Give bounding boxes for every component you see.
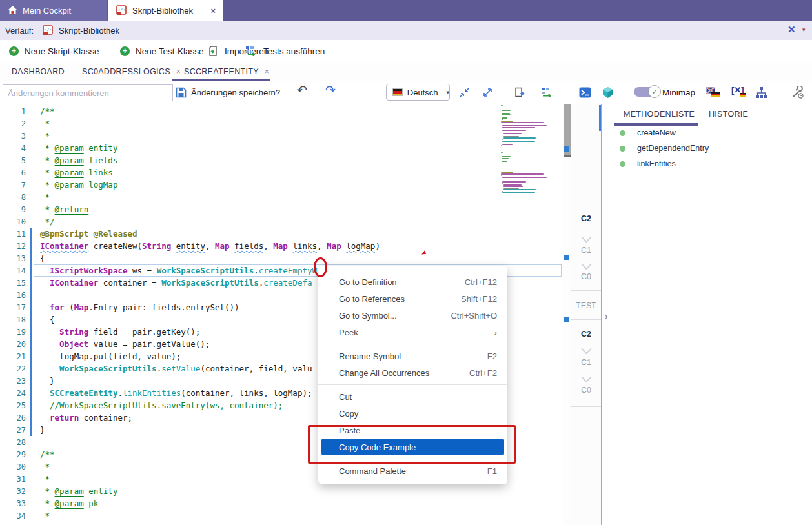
code-line[interactable]: 33 * @param pk	[0, 497, 400, 510]
code-text: * @param links	[32, 168, 113, 177]
save-changes-label[interactable]: Änderungen speichern?	[191, 88, 280, 97]
terminal-icon[interactable]	[579, 87, 591, 98]
close-icon[interactable]: ×	[176, 67, 181, 76]
menu-item-copy[interactable]: Copy	[318, 405, 507, 422]
window-tab-cockpit[interactable]: Mein Cockpit	[0, 0, 107, 21]
code-line[interactable]: 5 * @param fields	[0, 154, 400, 166]
minimap[interactable]	[501, 105, 556, 312]
import-icon	[208, 46, 219, 57]
menu-item-go-to-symbol[interactable]: Go to Symbol...Ctrl+Shift+O	[318, 307, 507, 324]
code-text: * @param entity	[32, 486, 117, 496]
line-number: 5	[0, 156, 30, 165]
close-icon[interactable]: ×	[265, 67, 269, 76]
code-line[interactable]: 3 *	[0, 130, 400, 142]
panel-expand-icon[interactable]: ›	[604, 310, 608, 323]
tab-dashboard[interactable]: DASHBOARD	[12, 63, 65, 81]
code-line[interactable]: 10 */	[0, 215, 400, 228]
scroll-marker	[564, 317, 569, 322]
code-line[interactable]: 12IContainer createNew(String entity, Ma…	[0, 240, 400, 252]
code-line[interactable]: 6 * @param links	[0, 166, 400, 179]
minimap-toggle[interactable]: ✓	[634, 87, 656, 97]
strip-tab-c0[interactable]: C0	[571, 386, 601, 395]
code-line[interactable]: 1/**	[0, 105, 400, 117]
menu-item-peek[interactable]: Peek›	[318, 324, 507, 341]
history-caret-icon[interactable]: ▾	[802, 26, 806, 33]
undo-icon[interactable]: ↶	[297, 83, 307, 97]
menu-shortcut: F1	[487, 466, 497, 476]
language-dropdown[interactable]: Deutsch ▾	[386, 84, 450, 101]
menu-separator	[318, 344, 507, 344]
code-line[interactable]: 4 * @param entity	[0, 142, 400, 154]
translate-flags-icon[interactable]	[706, 87, 720, 98]
line-number: 13	[0, 254, 30, 263]
code-text: * @param logMap	[32, 180, 117, 190]
cube-icon[interactable]	[602, 86, 614, 99]
hierarchy-icon[interactable]	[755, 86, 767, 99]
strip-tab-c1[interactable]: C1	[571, 358, 601, 367]
code-line[interactable]: 32 * @param entity	[0, 485, 400, 497]
menu-item-change-all-occurrences[interactable]: Change All OccurrencesCtrl+F2	[318, 364, 507, 381]
run-tests-icon[interactable]	[541, 87, 553, 97]
expand-icon[interactable]	[483, 88, 492, 97]
window-tab-skript-bibliothek[interactable]: ‹/› Skript-Bibliothek ×	[108, 0, 223, 21]
menu-item-go-to-definition[interactable]: Go to DefinitionCtrl+F12	[318, 273, 507, 290]
minimap-line	[502, 108, 502, 110]
code-line[interactable]: 2 *	[0, 117, 400, 130]
tab-sccreateentity[interactable]: SCCREATEENTITY ×	[184, 63, 269, 81]
gutter-spacer	[30, 436, 32, 448]
copy-document-icon[interactable]	[514, 87, 526, 99]
minimap-line	[502, 117, 507, 119]
method-item[interactable]: createNew	[620, 128, 676, 137]
code-text: @BpmScript @Released	[32, 229, 137, 239]
minimap-line	[502, 132, 503, 133]
editor-scrollbar[interactable]	[563, 104, 571, 525]
german-flag-mini-icon	[740, 93, 746, 97]
save-icon[interactable]	[176, 87, 187, 98]
tab-sc0addresslogics[interactable]: SC0ADDRESSLOGICS ×	[82, 63, 181, 81]
maintenance-tools-icon[interactable]	[791, 86, 804, 99]
code-text: String field = pair.getKey();	[32, 327, 200, 337]
code-line[interactable]: 13{	[0, 252, 400, 264]
tab-methodenliste[interactable]: METHODENLISTE	[624, 110, 695, 119]
strip-tab-c1[interactable]: C1	[571, 246, 601, 255]
history-link[interactable]: Skript-Bibliothek	[59, 26, 119, 35]
minimap-line	[503, 184, 522, 186]
code-text: WorkSpaceScriptUtils.setValue(container,…	[32, 364, 312, 373]
code-line[interactable]: 11@BpmScript @Released	[0, 228, 400, 240]
collapse-icon[interactable]	[460, 88, 469, 97]
method-item[interactable]: getDependendEntry	[620, 144, 709, 153]
strip-tab-c2[interactable]: C2	[571, 330, 601, 339]
menu-item-label: Peek	[339, 328, 494, 337]
strip-tab-c0[interactable]: C0	[571, 272, 601, 281]
code-line[interactable]: 7 * @param logMap	[0, 179, 400, 191]
close-icon[interactable]: ×	[210, 6, 216, 15]
action-toolbar: + Neue Skript-Klasse + Neue Test-Klasse …	[0, 40, 812, 63]
menu-item-rename-symbol[interactable]: Rename SymbolF2	[318, 348, 507, 364]
menu-item-command-palette[interactable]: Command PaletteF1	[318, 462, 507, 479]
code-line[interactable]: 34 *	[0, 510, 400, 522]
new-script-class-button[interactable]: + Neue Skript-Klasse	[9, 40, 99, 62]
comment-input[interactable]	[3, 84, 173, 101]
new-test-class-button[interactable]: + Neue Test-Klasse	[120, 40, 204, 62]
redo-icon[interactable]: ↷	[325, 83, 336, 97]
strip-tab-c2[interactable]: C2	[571, 214, 601, 223]
menu-item-cut[interactable]: Cut	[318, 388, 507, 405]
minimap-line	[503, 189, 535, 190]
language-value: Deutsch	[407, 88, 438, 97]
status-dot-green	[620, 161, 625, 167]
close-history-icon[interactable]: ✕	[787, 24, 796, 35]
code-line[interactable]: 8 *	[0, 191, 400, 203]
method-item[interactable]: linkEntities	[620, 159, 676, 168]
menu-shortcut: Ctrl+F2	[469, 368, 497, 378]
line-number: 14	[0, 266, 30, 275]
code-line[interactable]: 35 * @return	[0, 522, 400, 525]
chevron-down-icon	[582, 233, 592, 243]
run-tests-button[interactable]: Tests ausführen	[245, 40, 325, 62]
translate-x-icon[interactable]: [✕]	[731, 85, 744, 95]
tab-historie[interactable]: HISTORIE	[709, 110, 748, 119]
menu-shortcut: Ctrl+F12	[465, 277, 497, 287]
strip-tab-test[interactable]: TEST	[571, 301, 601, 310]
line-number: 23	[0, 377, 30, 386]
code-line[interactable]: 9 * @return	[0, 203, 400, 215]
menu-item-go-to-references[interactable]: Go to ReferencesShift+F12	[318, 290, 507, 307]
